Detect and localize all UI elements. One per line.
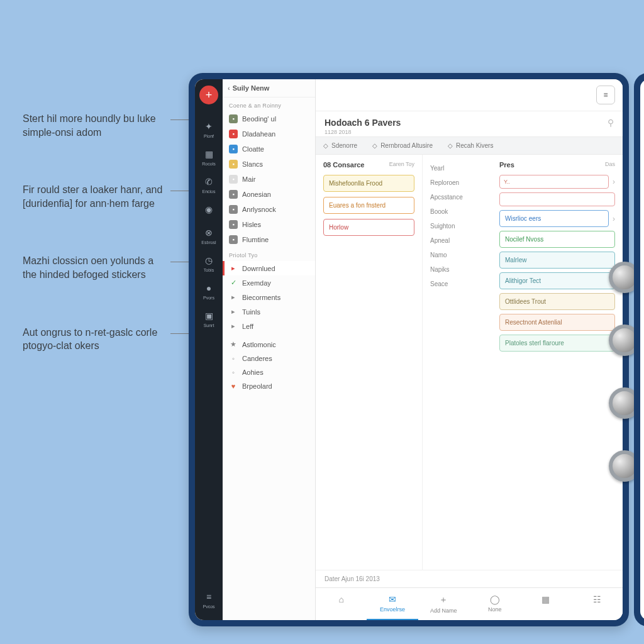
list-item[interactable]: ▪Dladahean <box>223 126 315 142</box>
value-card[interactable]: Ottlidees Trout <box>499 293 615 310</box>
annotation-callouts: Stert hil more houndly bu luke simple-on… <box>23 112 167 397</box>
value-card[interactable]: Y.. <box>499 175 609 189</box>
menu-button[interactable]: ≡ <box>596 86 615 104</box>
rail-item-esbrosl[interactable]: ⊗ Esbrosl <box>195 222 223 250</box>
list-item[interactable]: ♥Brpeolard <box>223 379 315 393</box>
tab-label: Sdenorre <box>331 142 357 149</box>
tab-icon: ◇ <box>448 142 453 149</box>
list-item[interactable]: ◦Canderes <box>223 352 315 365</box>
tab-recah[interactable]: ◇ Recah Kivers <box>440 137 501 154</box>
title-row: ⚲ Hodoach 6 Pavers 1128 2018 <box>316 111 623 136</box>
rail-item-pvors[interactable]: ● Pvors <box>195 277 223 305</box>
callout-1: Stert hil more houndly bu luke simple-on… <box>23 112 167 139</box>
nav-icon: ▦ <box>523 594 569 604</box>
rail-item-encios[interactable]: ✆ Encios <box>195 171 223 199</box>
rail-item-tobis[interactable]: ◷ Tobis <box>195 250 223 277</box>
bell-icon: ⊗ <box>203 227 214 238</box>
list-item-label: Flumtine <box>242 236 269 243</box>
field-label: Reploroen <box>430 175 484 190</box>
bottom-nav-item[interactable]: ◯None <box>469 588 520 620</box>
list-item-label: Astlomonic <box>242 341 276 348</box>
list-item[interactable]: ▸Dowrnlued <box>223 261 315 275</box>
list-title: Suily Nenw <box>233 84 270 92</box>
list-item-label: Aonesian <box>242 191 271 198</box>
tab-rernbroad[interactable]: ◇ Rernbroad Altusire <box>365 137 440 154</box>
rail-item-pionf[interactable]: ✦ Pionf <box>195 116 223 143</box>
value-card[interactable] <box>499 192 615 206</box>
value-card[interactable]: Alithigor Tect <box>499 272 615 289</box>
pin-icon[interactable]: ⚲ <box>608 118 614 128</box>
callout-3: Mazhi clossicn oen yolunds a the hinded … <box>23 254 167 281</box>
list-item-icon: ▪ <box>229 145 238 153</box>
value-card[interactable]: Platoles sterl flaroure <box>499 335 615 352</box>
list-item-icon: ▪ <box>229 175 238 184</box>
page-subdate: 1128 2018 <box>325 129 614 135</box>
bottom-nav-item[interactable]: ✉Envoelrse <box>367 588 418 620</box>
list-item[interactable]: ★Astlomonic <box>223 337 315 352</box>
dot-icon: ● <box>203 282 214 294</box>
list-item[interactable]: ▪Cloatte <box>223 142 315 157</box>
nav-icon: ◯ <box>472 594 518 604</box>
rail-label: Tobis <box>204 268 214 272</box>
list-item[interactable]: ▪Slancs <box>223 157 315 172</box>
rail-item-rocols[interactable]: ▦ Rocols <box>195 143 223 171</box>
content-card[interactable]: Mishefoonlla Frood <box>323 175 414 192</box>
list-item[interactable]: ▪Mair <box>223 172 315 187</box>
add-button[interactable]: + <box>199 86 218 104</box>
bottom-nav: ⌂✉Envoelrse＋Add Name◯None▦☷ <box>316 587 623 620</box>
list-item[interactable]: ◦Aohies <box>223 365 315 379</box>
content-card[interactable]: Euares a fon fnsterd <box>323 197 414 214</box>
list-item-icon: ★ <box>229 340 238 348</box>
list-header[interactable]: ‹ Suily Nenw <box>223 79 315 97</box>
field-label: Seace <box>430 277 484 291</box>
content-card[interactable]: Horlow <box>323 219 414 236</box>
column-consarce: 08 Consarce Earen Toy Mishefoonlla Frood… <box>316 155 423 570</box>
value-card[interactable]: Wisrlioc eers <box>499 210 609 227</box>
list-item[interactable]: ▪Flumtine <box>223 232 315 247</box>
rail-label: Encios <box>202 189 215 194</box>
rail-label: Pvors <box>203 296 214 300</box>
nav-icon: ⌂ <box>318 594 364 604</box>
field-label: Apneal <box>430 233 484 248</box>
list-item[interactable]: ▸Leff <box>223 319 315 333</box>
value-card[interactable]: Resectnont Astenlial <box>499 314 615 331</box>
tab-sdenorre[interactable]: ◇ Sdenorre <box>316 137 365 154</box>
list-item-icon: ♥ <box>229 382 238 390</box>
rail-label: Sunrt <box>204 323 214 328</box>
list-item-label: Biecorments <box>242 294 280 301</box>
list-item-label: Slancs <box>242 160 263 168</box>
rail-item-menu[interactable]: ≡ Pvcos <box>195 586 223 614</box>
field-label: Apcsstance <box>430 190 484 204</box>
list-item[interactable]: ▸Biecorments <box>223 290 315 304</box>
tab-icon: ◇ <box>323 142 328 149</box>
list-item[interactable]: ▪Anrlysnock <box>223 202 315 217</box>
list-item[interactable]: ▪Beoding' ul <box>223 111 315 126</box>
bottom-nav-item[interactable]: ⌂ <box>316 588 367 620</box>
list-item[interactable]: ✓Exemday <box>223 275 315 290</box>
list-item[interactable]: ▸Tuinls <box>223 304 315 319</box>
list-item-icon: ▸ <box>229 293 238 301</box>
tab-label: Recah Kivers <box>456 142 493 149</box>
rail-item-sunrt[interactable]: ▣ Sunrt <box>195 305 223 333</box>
page-title: Hodoach 6 Pavers <box>325 118 614 128</box>
field-label: Namo <box>430 248 484 262</box>
list-item-label: Tuinls <box>242 308 260 316</box>
menu-icon: ≡ <box>203 591 214 602</box>
chevron-right-icon[interactable]: › <box>613 177 615 186</box>
bottom-nav-item[interactable]: ▦ <box>520 588 571 620</box>
bottom-nav-item[interactable]: ☷ <box>572 588 623 620</box>
list-item-icon: ▸ <box>229 308 238 316</box>
callout-text: Mazhi clossicn oen yolunds a the hinded … <box>23 255 153 280</box>
rail-item-circle[interactable]: ◉ <box>195 199 223 222</box>
list-item-icon: ▪ <box>229 130 238 138</box>
value-card[interactable]: Nocilef Nvoss <box>499 231 615 248</box>
list-item[interactable]: ▪Hisles <box>223 217 315 232</box>
app-page: + ✦ Pionf ▦ Rocols ✆ Encios ◉ ⊗ Esbrosl <box>195 79 623 620</box>
list-item-icon: ◦ <box>229 355 238 362</box>
column-pres: Pres Das Y..›Wisrlioc eers›Nocilef Nvoss… <box>492 155 623 570</box>
value-card[interactable]: Malrlew <box>499 252 615 269</box>
bottom-nav-item[interactable]: ＋Add Name <box>418 588 469 620</box>
list-item[interactable]: ▪Aonesian <box>223 187 315 202</box>
nav-icon: ＋ <box>421 594 467 606</box>
chevron-right-icon[interactable]: › <box>613 214 615 223</box>
